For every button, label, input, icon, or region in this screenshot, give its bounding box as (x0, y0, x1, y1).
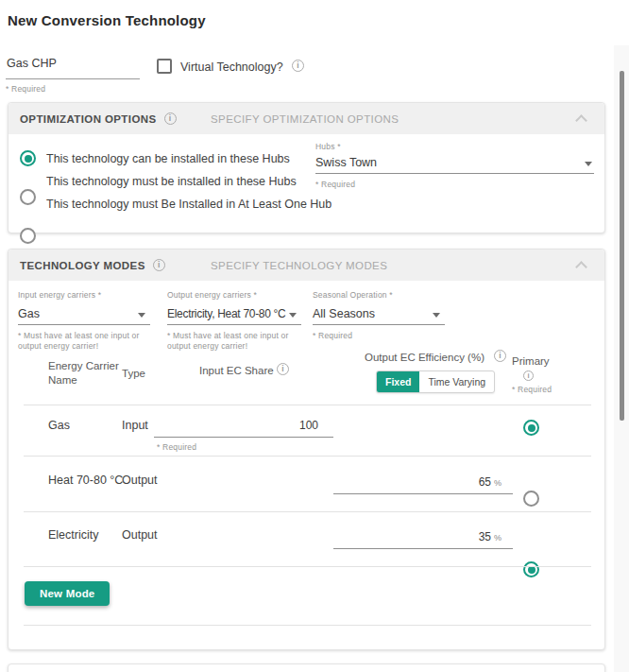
row3-efficiency-underline (333, 548, 513, 549)
seasonal-operation-select-value[interactable]: All Seasons (313, 307, 375, 320)
output-carriers-label: Output energy carriers * (167, 290, 257, 300)
primary-info-icon[interactable]: i (523, 370, 534, 381)
seasonal-operation-label: Seasonal Operation * (313, 290, 393, 300)
primary-required-hint: * Required (512, 385, 552, 394)
row2-efficiency-input[interactable]: 65% (333, 475, 502, 489)
output-ec-efficiency-info-icon[interactable]: i (494, 350, 506, 362)
optimization-options-subtitle: SPECIFY OPTIMIZATION OPTIONS (211, 113, 399, 125)
hubs-label: Hubs * (315, 142, 341, 151)
toggle-time-varying-button[interactable]: Time Varying (419, 371, 494, 392)
virtual-technology-info-icon[interactable]: i (292, 60, 304, 72)
technology-modes-subtitle: SPECIFY TECHNOLOGY MODES (211, 260, 387, 271)
new-mode-button[interactable]: New Mode (25, 581, 110, 606)
output-carriers-arrow-icon[interactable] (289, 313, 297, 318)
scrollbar-thumb[interactable] (620, 71, 624, 421)
radio-can-be-installed-label: This technology can be installed in thes… (46, 152, 290, 165)
radio-must-be-installed[interactable] (20, 189, 36, 205)
col-header-output-ec-efficiency: Output EC Efficiency (%) (365, 352, 484, 363)
optimization-options-title: OPTIMIZATION OPTIONS (20, 113, 157, 125)
radio-at-least-one-hub[interactable] (20, 228, 36, 244)
row2-efficiency-underline (333, 493, 513, 494)
input-carriers-label: Input energy carriers * (18, 290, 101, 300)
row1-type: Input (122, 419, 148, 432)
next-section-card (8, 663, 605, 672)
seasonal-operation-hint: * Required (313, 331, 352, 340)
row-divider (24, 566, 591, 567)
page-title: New Conversion Technology (8, 12, 206, 28)
hubs-select-underline (315, 173, 594, 174)
radio-at-least-one-hub-label: This technology must Be Installed in At … (46, 198, 332, 211)
row3-carrier-name: Electricity (48, 528, 98, 542)
row2-primary-radio[interactable] (523, 491, 539, 507)
row-divider (24, 511, 591, 512)
row-divider (24, 456, 591, 457)
optimization-options-header[interactable]: OPTIMIZATION OPTIONS i SPECIFY OPTIMIZAT… (8, 103, 604, 134)
technology-modes-card: TECHNOLOGY MODES i SPECIFY TECHNOLOGY MO… (8, 249, 605, 650)
efficiency-mode-toggle: Fixed Time Varying (376, 370, 495, 393)
row1-primary-radio[interactable] (523, 420, 539, 436)
hubs-select-value[interactable]: Swiss Town (315, 156, 377, 169)
technology-modes-title: TECHNOLOGY MODES (20, 260, 145, 271)
seasonal-operation-underline (313, 324, 445, 325)
toggle-fixed-button[interactable]: Fixed (377, 371, 419, 392)
col-header-input-ec-share: Input EC Share (199, 365, 274, 376)
row1-carrier-name: Gas (48, 419, 70, 432)
input-carriers-select-value[interactable]: Gas (18, 307, 40, 320)
row2-type: Output (122, 474, 158, 487)
input-carriers-arrow-icon[interactable] (138, 313, 145, 318)
table-header-divider (24, 405, 591, 405)
col-header-primary: Primary (512, 355, 550, 367)
output-carriers-underline (167, 324, 301, 325)
hubs-select-arrow-icon[interactable] (585, 162, 592, 166)
technology-modes-info-icon[interactable]: i (153, 259, 165, 271)
row1-input-ec-share-input[interactable]: 100 (154, 419, 326, 432)
output-carriers-select-value[interactable]: Electricity, Heat 70-80 °C (167, 307, 286, 320)
radio-must-be-installed-label: This technology must be installed in the… (46, 175, 297, 188)
virtual-technology-checkbox[interactable] (157, 59, 172, 74)
radio-can-be-installed[interactable] (20, 150, 36, 166)
technology-name-underline (6, 64, 140, 79)
output-carriers-hint: * Must have at least one input or output… (167, 331, 311, 352)
virtual-technology-label: Virtual Technology? (180, 60, 283, 74)
row3-efficiency-input[interactable]: 35% (333, 530, 502, 543)
row2-carrier-name: Heat 70-80 °C (48, 474, 123, 487)
chevron-up-icon[interactable] (575, 261, 587, 273)
percent-suffix: % (494, 478, 502, 488)
input-carriers-hint: * Must have at least one input or output… (18, 331, 162, 352)
optimization-options-info-icon[interactable]: i (164, 112, 177, 125)
row1-share-underline (154, 437, 333, 438)
section-bottom-divider (24, 625, 591, 626)
col-header-type: Type (122, 368, 145, 379)
hubs-required-hint: * Required (315, 180, 355, 189)
technology-modes-header[interactable]: TECHNOLOGY MODES i SPECIFY TECHNOLOGY MO… (8, 250, 604, 281)
optimization-options-card: OPTIMIZATION OPTIONS i SPECIFY OPTIMIZAT… (8, 102, 605, 233)
row1-share-required-hint: * Required (157, 442, 196, 452)
seasonal-operation-arrow-icon[interactable] (433, 313, 440, 318)
input-ec-share-info-icon[interactable]: i (277, 363, 289, 375)
technology-name-required-hint: * Required (6, 84, 45, 94)
input-carriers-underline (18, 324, 150, 325)
chevron-up-icon[interactable] (575, 114, 587, 127)
row3-primary-radio[interactable] (523, 561, 539, 577)
percent-suffix: % (494, 533, 502, 543)
new-conversion-technology-page: New Conversion Technology Gas CHP * Requ… (0, 0, 629, 672)
row3-type: Output (122, 528, 158, 542)
col-header-energy-carrier-name: Energy Carrier Name (48, 359, 120, 388)
